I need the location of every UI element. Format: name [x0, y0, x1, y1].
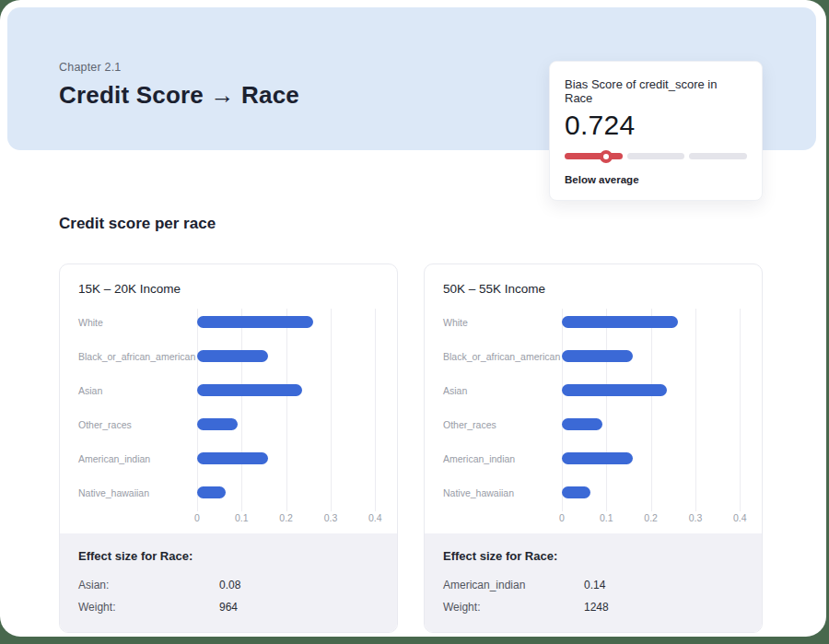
bar	[197, 418, 238, 430]
income-chart-card: 50K – 55K Income WhiteBlack_or_african_a…	[424, 263, 763, 633]
chart-row: Other_races	[443, 407, 749, 441]
chart-row: American_indian	[443, 441, 749, 475]
effect-size-heading: Effect size for Race:	[78, 549, 379, 563]
effect-value: 1248	[584, 601, 743, 614]
meter-segment	[627, 153, 685, 159]
bias-score-card: Bias Score of credit_score in Race 0.724…	[549, 61, 763, 201]
category-label: Black_or_african_american	[443, 351, 562, 362]
x-tick-label: 0	[194, 512, 200, 523]
category-label: White	[78, 317, 197, 328]
effect-value: 0.14	[584, 579, 743, 591]
bar	[562, 486, 590, 498]
bar	[197, 384, 302, 396]
effect-label: Weight:	[443, 601, 584, 614]
x-tick-label: 0.2	[279, 512, 293, 523]
bar-track	[562, 418, 749, 430]
bar-track	[562, 452, 749, 464]
chart-row: Asian	[443, 373, 749, 407]
bias-score-value: 0.724	[565, 110, 747, 141]
chart-row: Native_hawaiian	[443, 475, 749, 509]
bar	[562, 452, 633, 464]
x-axis: 00.10.20.30.4	[78, 509, 384, 528]
x-axis-ticks: 00.10.20.30.4	[197, 509, 384, 528]
section-title: Credit score per race	[59, 215, 826, 233]
bar	[562, 316, 678, 328]
bar-track	[562, 316, 749, 328]
chart-row: Native_hawaiian	[78, 475, 384, 509]
effect-value: 964	[219, 601, 379, 614]
chart-title: 15K – 20K Income	[60, 264, 397, 296]
chart-row: White	[443, 305, 749, 339]
x-tick-label: 0.4	[733, 512, 747, 523]
category-label: Black_or_african_american	[78, 351, 197, 362]
effect-size-rows: American_indian0.14Weight:1248	[443, 574, 743, 618]
category-label: Asian	[443, 385, 562, 396]
report-page: Chapter 2.1 Credit Score → Race Bias Sco…	[0, 0, 826, 637]
category-label: American_indian	[78, 453, 197, 464]
bar-track	[197, 384, 384, 396]
x-tick-label: 0.3	[324, 512, 338, 523]
effect-size-panel: Effect size for Race: Asian:0.08Weight:9…	[60, 533, 397, 632]
effect-label: Weight:	[78, 601, 219, 614]
chart-row: American_indian	[78, 441, 384, 475]
bar-track	[197, 486, 384, 498]
bar	[562, 350, 633, 362]
effect-size-heading: Effect size for Race:	[443, 549, 743, 563]
bias-score-title: Bias Score of credit_score in Race	[565, 77, 747, 105]
bar-chart: WhiteBlack_or_african_americanAsianOther…	[60, 305, 397, 533]
bar-track	[197, 418, 384, 430]
bar-track	[197, 316, 384, 328]
bar-track	[562, 486, 749, 498]
income-chart-card: 15K – 20K Income WhiteBlack_or_african_a…	[59, 263, 398, 633]
category-label: Asian	[78, 385, 197, 396]
bar-track	[562, 384, 749, 396]
x-tick-label: 0.1	[600, 512, 613, 523]
bar	[197, 350, 268, 362]
effect-size-rows: Asian:0.08Weight:964	[78, 574, 379, 618]
x-tick-label: 0.4	[368, 512, 382, 523]
category-label: Other_races	[443, 419, 562, 430]
chart-rows: WhiteBlack_or_african_americanAsianOther…	[78, 305, 384, 509]
bar	[197, 316, 313, 328]
bias-score-status: Below average	[565, 174, 747, 185]
bar	[197, 452, 268, 464]
effect-label: American_indian	[443, 579, 584, 591]
bar	[562, 384, 667, 396]
meter-segment	[689, 153, 747, 159]
bar-track	[197, 452, 384, 464]
chart-row: Asian	[78, 373, 384, 407]
effect-value: 0.08	[219, 579, 379, 591]
x-axis: 00.10.20.30.4	[443, 509, 749, 528]
effect-row: American_indian0.14	[443, 574, 743, 596]
chart-title: 50K – 55K Income	[425, 264, 762, 296]
effect-size-panel: Effect size for Race: American_indian0.1…	[425, 533, 762, 632]
effect-row: Asian:0.08	[78, 574, 379, 596]
bar	[197, 486, 226, 498]
category-label: Native_hawaiian	[443, 487, 562, 498]
effect-row: Weight:964	[78, 596, 379, 618]
axis-spacer	[443, 509, 562, 528]
bar	[562, 418, 602, 430]
bar-chart: WhiteBlack_or_african_americanAsianOther…	[425, 305, 762, 533]
bias-score-meter	[565, 153, 747, 159]
charts-row: 15K – 20K Income WhiteBlack_or_african_a…	[59, 263, 763, 633]
x-tick-label: 0.1	[235, 512, 249, 523]
bar-track	[562, 350, 749, 362]
category-label: White	[443, 317, 562, 328]
chart-row: Other_races	[78, 407, 384, 441]
x-tick-label: 0	[559, 512, 565, 523]
axis-spacer	[78, 509, 197, 528]
chart-row: White	[78, 305, 384, 339]
category-label: Native_hawaiian	[78, 487, 197, 498]
chart-rows: WhiteBlack_or_african_americanAsianOther…	[443, 305, 749, 509]
x-tick-label: 0.3	[689, 512, 703, 523]
meter-knob	[600, 150, 613, 163]
effect-label: Asian:	[78, 579, 219, 591]
category-label: Other_races	[78, 419, 197, 430]
category-label: American_indian	[443, 453, 562, 464]
x-tick-label: 0.2	[644, 512, 658, 523]
chart-row: Black_or_african_american	[78, 339, 384, 373]
x-axis-ticks: 00.10.20.30.4	[562, 509, 749, 528]
chart-row: Black_or_african_american	[443, 339, 749, 373]
bar-track	[197, 350, 384, 362]
